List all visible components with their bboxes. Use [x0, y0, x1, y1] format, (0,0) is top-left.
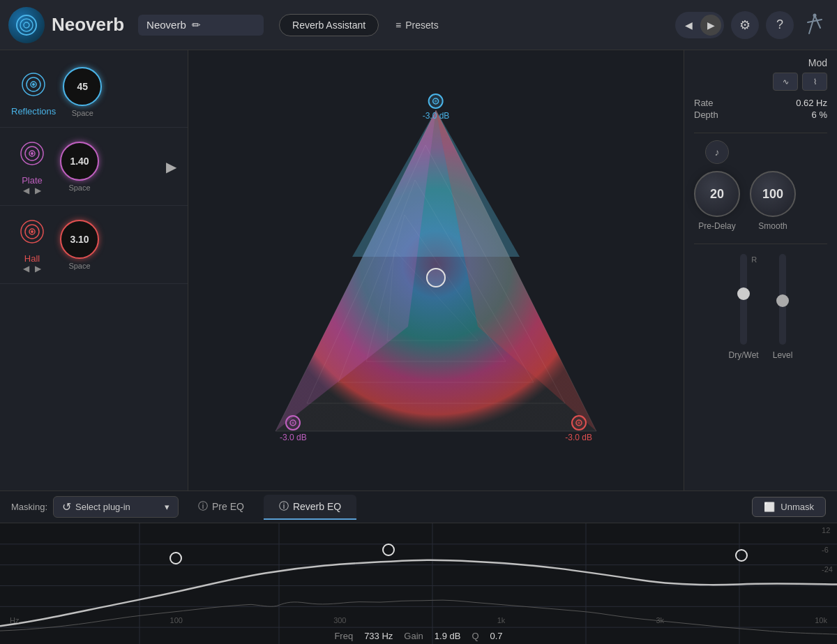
reflections-label: Reflections — [11, 106, 56, 117]
svg-line-3 — [809, 15, 815, 33]
hall-icon[interactable] — [16, 216, 48, 250]
smooth-label: Smooth — [758, 221, 787, 231]
plate-space-label: Space — [68, 184, 90, 192]
right-panel: Mod ∿ ⌇ Rate 0.62 Hz Depth 6 % ♪ — [684, 50, 837, 491]
eq-info-bar: Freq 733 Hz Gain 1.9 dB Q 0.7 — [334, 631, 502, 641]
plate-prev-button[interactable]: ◀ — [23, 186, 29, 195]
svg-point-14 — [31, 152, 33, 155]
mod-title: Mod — [694, 57, 827, 68]
top-node-circle[interactable] — [428, 93, 444, 109]
svg-point-18 — [31, 230, 33, 233]
nav-next-button[interactable]: ▶ — [700, 15, 721, 36]
preset-name-box[interactable]: Neoverb ✏ — [138, 15, 264, 36]
nav-prev-button[interactable]: ◀ — [678, 15, 699, 36]
dry-wet-thumb[interactable] — [737, 287, 750, 300]
svg-point-1 — [20, 19, 33, 31]
svg-line-5 — [808, 20, 822, 22]
help-button[interactable]: ? — [766, 11, 794, 39]
plate-next-button[interactable]: ▶ — [35, 186, 41, 195]
logo — [8, 7, 45, 43]
unmask-label: Unmask — [781, 502, 814, 512]
sine-wave-button[interactable]: ∿ — [773, 73, 798, 91]
eq-node-1[interactable] — [169, 552, 182, 564]
random-wave-button[interactable]: ⌇ — [802, 73, 827, 91]
eq-tabs: Masking: ↺ Select plug-in ▾ ⓘ Pre EQ ⓘ R… — [0, 491, 837, 523]
eq-node-2[interactable] — [382, 544, 395, 556]
depth-row: Depth 6 % — [694, 110, 827, 120]
settings-button[interactable]: ⚙ — [731, 11, 759, 39]
mod-section: Mod ∿ ⌇ Rate 0.62 Hz Depth 6 % — [694, 57, 827, 127]
rate-label: Rate — [694, 98, 713, 108]
rate-row: Rate 0.62 Hz — [694, 98, 827, 108]
plate-label: Plate — [22, 175, 43, 186]
hall-nav: ◀ ▶ — [23, 264, 41, 274]
eq-node-3[interactable] — [735, 549, 748, 562]
level-label: Level — [773, 350, 793, 360]
top-node[interactable]: -3.0 dB — [423, 93, 450, 121]
plate-icon[interactable] — [16, 137, 48, 172]
unmask-icon: ⬜ — [764, 502, 775, 512]
main-area: Reflections 45 Space — [0, 50, 837, 491]
svg-line-4 — [815, 15, 820, 28]
presets-icon: ≡ — [395, 20, 401, 31]
bottom-left-node[interactable]: -3.0 dB — [280, 415, 307, 442]
smooth-knob[interactable]: 100 — [750, 171, 796, 217]
predelay-knob[interactable]: 20 — [694, 171, 740, 217]
sliders-section: R Dry/Wet Level — [694, 244, 827, 360]
svg-point-2 — [24, 22, 29, 28]
bottom-right-node[interactable]: -3.0 dB — [565, 415, 592, 442]
header: Neoverb Neoverb ✏ Reverb Assistant ≡ Pre… — [0, 0, 837, 50]
music-note-button[interactable]: ♪ — [705, 140, 729, 164]
hall-prev-button[interactable]: ◀ — [23, 264, 29, 274]
plugin-select[interactable]: ↺ Select plug-in ▾ — [53, 496, 179, 518]
hall-next-button[interactable]: ▶ — [35, 264, 41, 274]
depth-value: 6 % — [812, 110, 827, 120]
predelay-wrap: ♪ 20 Pre-Delay — [694, 140, 740, 231]
plate-play-arrow[interactable]: ▶ — [166, 158, 176, 175]
plugin-select-label: Select plug-in — [75, 502, 130, 512]
gain-info-value: 1.9 dB — [435, 631, 461, 641]
dry-wet-slider[interactable]: R — [740, 254, 747, 345]
presets-button[interactable]: ≡ Presets — [386, 15, 448, 36]
pre-eq-icon: ⓘ — [198, 500, 208, 513]
q-info-value: 0.7 — [490, 631, 503, 641]
edit-icon[interactable]: ✏ — [192, 19, 201, 31]
pre-eq-tab[interactable]: ⓘ Pre EQ — [183, 495, 259, 520]
predelay-section: ♪ 20 Pre-Delay 100 Smooth — [694, 133, 827, 238]
freq-info-value: 733 Hz — [364, 631, 393, 641]
hall-section: Hall ◀ ▶ 3.10 Space — [0, 206, 188, 284]
antenna-icon — [801, 11, 829, 39]
plate-nav: ◀ ▶ — [23, 186, 41, 195]
bottom-eq: Masking: ↺ Select plug-in ▾ ⓘ Pre EQ ⓘ R… — [0, 491, 837, 644]
top-node-label: -3.0 dB — [423, 111, 450, 121]
hall-knob-wrap: 3.10 Space — [60, 220, 99, 270]
svg-point-33 — [578, 421, 580, 424]
reflections-space-label: Space — [72, 109, 93, 117]
reflections-section: Reflections 45 Space — [0, 57, 188, 128]
reverb-assistant-button[interactable]: Reverb Assistant — [279, 14, 379, 36]
reverb-eq-tab[interactable]: ⓘ Reverb EQ — [264, 495, 356, 520]
unmask-button[interactable]: ⬜ Unmask — [752, 497, 826, 517]
center-mix-dot[interactable] — [426, 268, 446, 287]
level-slider[interactable] — [779, 254, 786, 345]
reflections-icon-wrap: Reflections — [11, 68, 56, 117]
presets-label: Presets — [405, 20, 438, 31]
reflections-icon[interactable] — [17, 68, 50, 103]
bottom-right-node-circle[interactable] — [571, 415, 587, 430]
smooth-wrap: 100 Smooth — [750, 171, 796, 231]
dry-wet-wrap: R Dry/Wet — [729, 254, 759, 360]
reverb-triangle: -3.0 dB -3.0 dB -3.0 dB — [241, 89, 631, 452]
level-thumb[interactable] — [776, 294, 789, 307]
left-panel: Reflections 45 Space — [0, 50, 188, 491]
hall-space-knob[interactable]: 3.10 — [60, 220, 99, 259]
plate-icon-wrap: Plate ◀ ▶ — [11, 137, 53, 195]
reflections-space-knob[interactable]: 45 — [63, 67, 102, 106]
plate-space-knob[interactable]: 1.40 — [60, 142, 99, 181]
predelay-label: Pre-Delay — [698, 221, 735, 231]
plugin-icon: ↺ — [62, 500, 71, 514]
svg-point-10 — [32, 83, 35, 86]
bottom-left-node-label: -3.0 dB — [280, 433, 307, 442]
bottom-left-node-circle[interactable] — [285, 415, 301, 430]
level-wrap: Level — [773, 254, 793, 360]
svg-point-31 — [292, 421, 294, 424]
